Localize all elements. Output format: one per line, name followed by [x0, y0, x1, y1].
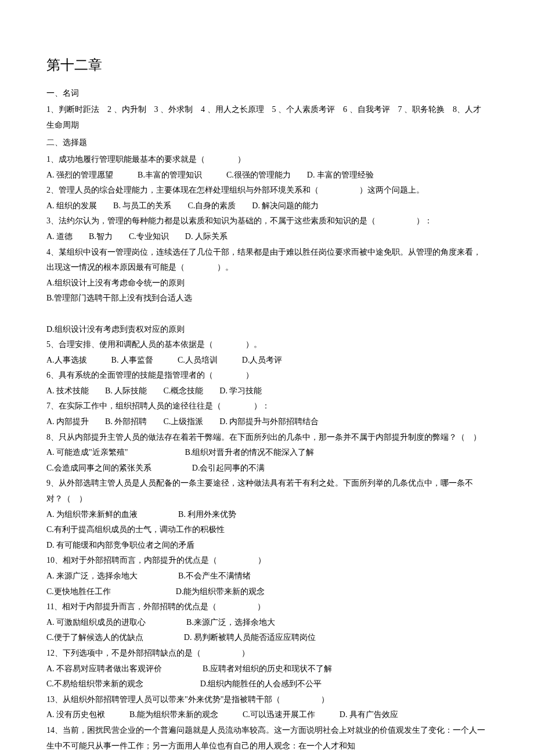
q5-options: A.人事选拔 B. 人事监督 C.人员培训 D.人员考评	[46, 353, 488, 368]
terms-list: 1、判断时距法 2 、内升制 3 、外求制 4 、用人之长原理 5 、个人素质考…	[46, 102, 488, 133]
q5-stem: 5、合理安排、使用和调配人员的基本依据是（ ）。	[46, 337, 488, 353]
q10-options-row2: C.更快地胜任工作 D.能为组织带来新的观念	[46, 584, 488, 600]
q12-stem: 12、下列选项中，不是外部招聘缺点的是（ ）	[46, 646, 488, 661]
q13-stem: 13、从组织外部招聘管理人员可以带来"外来优势"是指被聘干部（ ）	[46, 692, 488, 708]
q1-stem: 1、成功地履行管理职能最基本的要求就是（ ）	[46, 152, 488, 168]
chapter-title: 第十二章	[46, 52, 488, 79]
q14-stem: 14、当前，困扰民营企业的一个普遍问题就是人员流动率较高。这一方面说明社会上对就…	[46, 723, 488, 754]
q3-options: A. 道德 B.智力 C.专业知识 D. 人际关系	[46, 229, 488, 245]
q6-stem: 6、具有系统的全面管理的技能是指管理者的（ ）	[46, 368, 488, 384]
q6-options: A. 技术技能 B. 人际技能 C.概念技能 D. 学习技能	[46, 384, 488, 399]
q3-stem: 3、法约尔认为，管理的每种能力都是以素质和知识为基础的，不属于这些素质和知识的是…	[46, 214, 488, 229]
q9-options-row2: C.有利于提高组织成员的士气，调动工作的积极性	[46, 522, 488, 538]
q1-options: A. 强烈的管理愿望 B.丰富的管理知识 C.很强的管理能力 D. 丰富的管理经…	[46, 168, 488, 183]
q4-option-a: A.组织设计上没有考虑命令统一的原则	[46, 276, 488, 291]
q9-stem: 9、从外部选聘主管人员是人员配备的一条主要途径，这种做法具有若干有利之处。下面所…	[46, 476, 488, 507]
q7-stem: 7、在实际工作中，组织招聘人员的途径往往是（ ）：	[46, 399, 488, 414]
q8-options-row1: A. 可能造成"近亲繁殖" B.组织对晋升者的情况不能深入了解	[46, 445, 488, 461]
q11-options-row2: C.便于了解候选人的优缺点 D. 易判断被聘人员能否适应应聘岗位	[46, 630, 488, 646]
q10-options-row1: A. 来源广泛，选择余地大 B.不会产生不满情绪	[46, 569, 488, 584]
q13-options: A. 没有历史包袱 B.能为组织带来新的观念 C.可以迅速开展工作 D. 具有广…	[46, 707, 488, 723]
q10-stem: 10、相对于外部招聘而言，内部提升的优点是（ ）	[46, 553, 488, 569]
q9-options-row3: D. 有可能缓和内部竞争职位者之间的矛盾	[46, 538, 488, 554]
q11-options-row1: A. 可激励组织成员的进取心 B.来源广泛，选择余地大	[46, 615, 488, 631]
q11-stem: 11、相对于内部提升而言，外部招聘的优点是（ ）	[46, 599, 488, 615]
q7-options: A. 内部提升 B. 外部招聘 C.上级指派 D. 内部提升与外部招聘结合	[46, 414, 488, 430]
q12-options-row1: A. 不容易对应聘者做出客观评价 B.应聘者对组织的历史和现状不了解	[46, 661, 488, 677]
q12-options-row2: C.不易给组织带来新的观念 D.组织内能胜任的人会感到不公平	[46, 677, 488, 692]
section-1-heading: 一、名词	[46, 86, 488, 102]
q8-stem: 8、只从内部提升主管人员的做法存在着若干弊端。在下面所列出的几条中，那一条并不属…	[46, 430, 488, 446]
q4-option-b: B.管理部门选聘干部上没有找到合适人选	[46, 291, 488, 306]
q4-option-d: D.组织设计没有考虑到责权对应的原则	[46, 322, 488, 338]
section-2-heading: 二、选择题	[46, 135, 488, 151]
q4-stem: 4、某组织中设有一管理岗位，连续选任了几位干部，结果都是由于难以胜任岗位要求而被…	[46, 245, 488, 276]
q2-options: A. 组织的发展 B. 与员工的关系 C.自身的素质 D. 解决问题的能力	[46, 198, 488, 214]
q2-stem: 2、管理人员的综合处理能力，主要体现在怎样处理组织与外部环境关系和（ ）这两个问…	[46, 183, 488, 198]
q9-options-row1: A. 为组织带来新鲜的血液 B. 利用外来优势	[46, 507, 488, 523]
q4-blank-line	[46, 306, 488, 322]
q8-options-row2: C.会造成同事之间的紧张关系 D.会引起同事的不满	[46, 461, 488, 476]
